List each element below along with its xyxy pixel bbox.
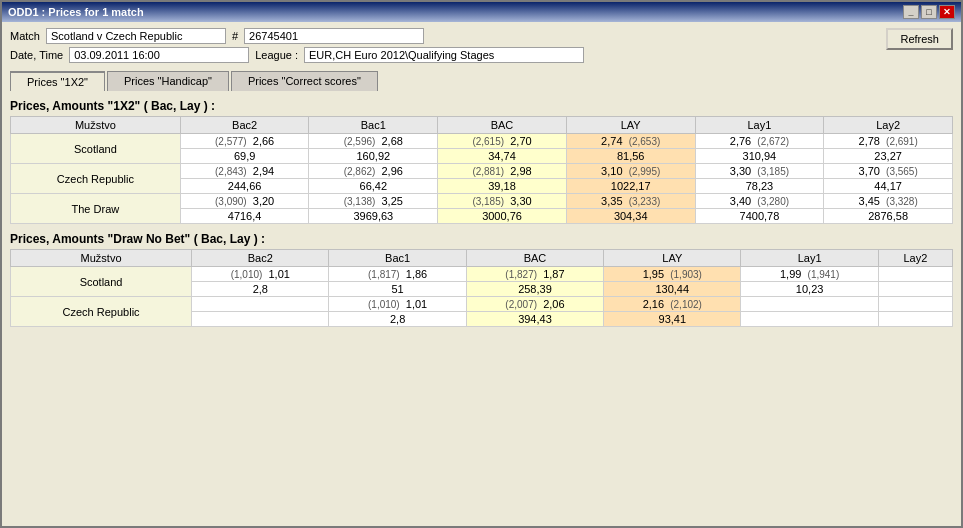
cell-bac1: (3,138) 3,25 — [309, 194, 438, 209]
amt-bac2 — [192, 312, 329, 327]
close-button[interactable]: ✕ — [939, 5, 955, 19]
cell-bac-val: (1,827) 1,87 — [466, 267, 603, 282]
minimize-button[interactable]: _ — [903, 5, 919, 19]
team-scotland-dnb: Scotland — [11, 267, 192, 297]
cell-bac2 — [192, 297, 329, 312]
lay-main: 2,74 — [601, 135, 622, 147]
cell-lay-val: 3,35 (3,233) — [566, 194, 695, 209]
maximize-button[interactable]: □ — [921, 5, 937, 19]
amt-lay: 1022,17 — [566, 179, 695, 194]
cell-bac2: (3,090) 3,20 — [180, 194, 309, 209]
cell-lay1: 2,76 (2,672) — [695, 134, 824, 149]
amt-lay2 — [878, 282, 952, 297]
cell-lay2: 3,70 (3,565) — [824, 164, 953, 179]
cell-lay-val: 3,10 (2,995) — [566, 164, 695, 179]
col-lay-2: LAY — [604, 250, 741, 267]
col-lay1: Lay1 — [695, 117, 824, 134]
bac2-main: 2,66 — [253, 135, 274, 147]
col-bac2-2: Bac2 — [192, 250, 329, 267]
cell-bac1: (1,817) 1,86 — [329, 267, 466, 282]
lay2-main: 2,78 — [859, 135, 880, 147]
cell-lay-val: 2,16 (2,102) — [604, 297, 741, 312]
bac2-small: (2,577) — [215, 136, 247, 147]
amt-bac1: 160,92 — [309, 149, 438, 164]
cell-bac-val: (3,185) 3,30 — [438, 194, 567, 209]
cell-lay1: 1,99 (1,941) — [741, 267, 878, 282]
col-bac2: Bac2 — [180, 117, 309, 134]
amt-lay2: 2876,58 — [824, 209, 953, 224]
table1: Mužstvo Bac2 Bac1 BAC LAY Lay1 Lay2 Scot… — [10, 116, 953, 224]
lay1-small: (2,672) — [757, 136, 789, 147]
amt-lay1 — [741, 312, 878, 327]
table2-title: Prices, Amounts "Draw No Bet" ( Bac, Lay… — [10, 232, 953, 246]
amt-lay: 130,44 — [604, 282, 741, 297]
amt-bac2: 69,9 — [180, 149, 309, 164]
amt-lay2 — [878, 312, 952, 327]
title-bar: ODD1 : Prices for 1 match _ □ ✕ — [2, 2, 961, 22]
cell-bac2: (2,577) 2,66 — [180, 134, 309, 149]
amt-lay1: 7400,78 — [695, 209, 824, 224]
col-bac: BAC — [438, 117, 567, 134]
table-row: Czech Republic (2,843) 2,94 (2,862) 2,96… — [11, 164, 953, 179]
info-left: Match Scotland v Czech Republic # 267454… — [10, 28, 584, 63]
cell-lay2: 3,45 (3,328) — [824, 194, 953, 209]
table-row: Czech Republic (1,010) 1,01 (2,007) 2,06… — [11, 297, 953, 312]
date-label: Date, Time — [10, 49, 63, 61]
table-row: Scotland (2,577) 2,66 (2,596) 2,68 (2,61… — [11, 134, 953, 149]
section-1x2: Prices, Amounts "1X2" ( Bac, Lay ) : Muž… — [10, 95, 953, 224]
league-value: EUR,CH Euro 2012\Qualifying Stages — [304, 47, 584, 63]
cell-lay-val: 1,95 (1,903) — [604, 267, 741, 282]
amt-lay2: 23,27 — [824, 149, 953, 164]
amt-lay: 93,41 — [604, 312, 741, 327]
amt-bac2: 2,8 — [192, 282, 329, 297]
col-bac1: Bac1 — [309, 117, 438, 134]
amt-bac1: 3969,63 — [309, 209, 438, 224]
table2: Mužstvo Bac2 Bac1 BAC LAY Lay1 Lay2 Scot… — [10, 249, 953, 327]
cell-bac2: (1,010) 1,01 — [192, 267, 329, 282]
header-section: Match Scotland v Czech Republic # 267454… — [10, 28, 953, 63]
bac-small: (2,615) — [472, 136, 504, 147]
cell-bac-val: (2,007) 2,06 — [466, 297, 603, 312]
amt-bac2: 4716,4 — [180, 209, 309, 224]
col-lay: LAY — [566, 117, 695, 134]
amt-lay: 81,56 — [566, 149, 695, 164]
date-row: Date, Time 03.09.2011 16:00 League : EUR… — [10, 47, 584, 63]
tab-handicap[interactable]: Prices "Handicap" — [107, 71, 229, 91]
amt-lay1: 10,23 — [741, 282, 878, 297]
amt-bac2: 244,66 — [180, 179, 309, 194]
cell-lay1: 3,30 (3,185) — [695, 164, 824, 179]
match-label: Match — [10, 30, 40, 42]
section-dnb: Prices, Amounts "Draw No Bet" ( Bac, Lay… — [10, 228, 953, 327]
tab-bar: Prices "1X2" Prices "Handicap" Prices "C… — [10, 71, 953, 91]
amt-bac1: 51 — [329, 282, 466, 297]
col-lay1-2: Lay1 — [741, 250, 878, 267]
tab-correct-scores[interactable]: Prices "Correct scores" — [231, 71, 378, 91]
col-lay2: Lay2 — [824, 117, 953, 134]
team-czech: Czech Republic — [11, 164, 181, 194]
cell-lay2: 2,78 (2,691) — [824, 134, 953, 149]
col-bac1-2: Bac1 — [329, 250, 466, 267]
amt-bac: 39,18 — [438, 179, 567, 194]
col-lay2-2: Lay2 — [878, 250, 952, 267]
amt-lay1: 310,94 — [695, 149, 824, 164]
cell-bac-val: (2,615) 2,70 — [438, 134, 567, 149]
cell-lay2 — [878, 267, 952, 282]
table1-title: Prices, Amounts "1X2" ( Bac, Lay ) : — [10, 99, 953, 113]
date-value: 03.09.2011 16:00 — [69, 47, 249, 63]
title-controls: _ □ ✕ — [903, 5, 955, 19]
match-value: Scotland v Czech Republic — [46, 28, 226, 44]
amt-bac: 394,43 — [466, 312, 603, 327]
col-bac-2: BAC — [466, 250, 603, 267]
lay2-small: (2,691) — [886, 136, 918, 147]
cell-lay2 — [878, 297, 952, 312]
cell-lay1: 3,40 (3,280) — [695, 194, 824, 209]
match-id-label: # — [232, 30, 238, 42]
bac1-main: 2,68 — [382, 135, 403, 147]
team-scotland: Scotland — [11, 134, 181, 164]
match-row: Match Scotland v Czech Republic # 267454… — [10, 28, 584, 44]
window-content: Match Scotland v Czech Republic # 267454… — [2, 22, 961, 526]
refresh-button[interactable]: Refresh — [886, 28, 953, 50]
cell-bac2: (2,843) 2,94 — [180, 164, 309, 179]
tab-1x2[interactable]: Prices "1X2" — [10, 71, 105, 91]
amt-lay2: 44,17 — [824, 179, 953, 194]
